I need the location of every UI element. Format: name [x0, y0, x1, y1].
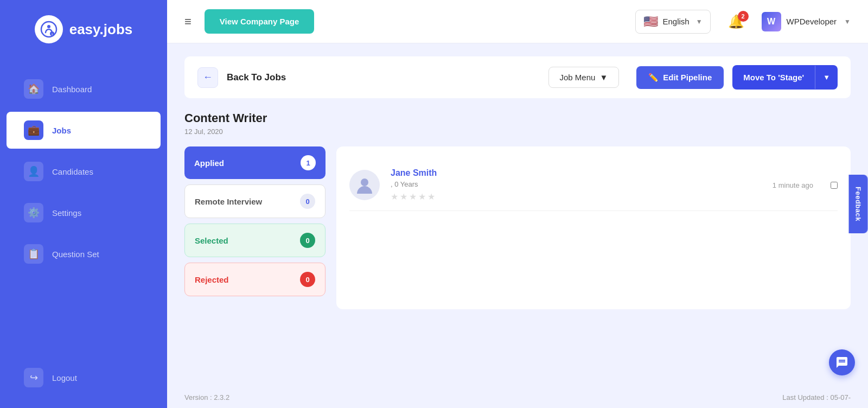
stage-applied-label: Applied [194, 158, 224, 168]
candidate-card: Jane Smith , 0 Years ★ ★ ★ ★ ★ [349, 160, 838, 211]
job-title-section: Content Writer 12 Jul, 2020 [184, 111, 851, 136]
svg-point-1 [47, 25, 50, 28]
stage-selected-label: Selected [195, 236, 228, 245]
sidebar-item-question-set[interactable]: 📋 Question Set [7, 235, 161, 272]
pipeline: Applied 1 Remote Interview 0 Selected 0 … [184, 146, 851, 309]
star-3[interactable]: ★ [409, 192, 417, 202]
star-4[interactable]: ★ [418, 192, 426, 202]
edit-pipeline-button[interactable]: ✏️ Edit Pipeline [636, 66, 724, 89]
star-rating[interactable]: ★ ★ ★ ★ ★ [391, 192, 762, 202]
candidate-area: Jane Smith , 0 Years ★ ★ ★ ★ ★ [336, 146, 851, 309]
candidate-time: 1 minute ago [773, 181, 813, 189]
sidebar-logout-section: ↪ Logout [0, 347, 167, 408]
candidate-select-checkbox[interactable] [831, 182, 838, 189]
logo-icon: i [35, 15, 63, 43]
back-bar: ← Back To Jobs Job Menu ▼ ✏️ Edit Pipeli… [184, 56, 851, 98]
settings-icon: ⚙️ [24, 203, 43, 222]
stage-remote-count: 0 [300, 194, 315, 209]
stage-remote-interview[interactable]: Remote Interview 0 [184, 184, 326, 218]
user-avatar: W [762, 12, 781, 31]
logout-icon: ↪ [24, 368, 43, 387]
sidebar-nav: 🏠 Dashboard 💼 Jobs 👤 Candidates ⚙️ Setti… [0, 59, 167, 347]
stage-rejected-count: 0 [300, 272, 315, 287]
move-to-stage-label: Move To 'Stage' [732, 65, 815, 90]
star-5[interactable]: ★ [427, 192, 435, 202]
sidebar-logo: i easy.jobs [0, 0, 167, 59]
stage-applied-count: 1 [301, 155, 316, 170]
candidate-experience: , 0 Years [391, 180, 762, 188]
notifications-bell[interactable]: 🔔 2 [728, 14, 744, 29]
user-menu[interactable]: W WPDeveloper ▼ [762, 12, 851, 31]
main-content: ≡ View Company Page 🇺🇸 English ▼ 🔔 2 W W… [167, 0, 868, 408]
notification-badge: 2 [738, 11, 749, 22]
topbar: ≡ View Company Page 🇺🇸 English ▼ 🔔 2 W W… [167, 0, 868, 43]
flag-icon: 🇺🇸 [643, 15, 658, 29]
back-label: Back To Jobs [227, 72, 540, 83]
user-name: WPDeveloper [787, 17, 837, 26]
home-icon: 🏠 [24, 79, 43, 99]
sidebar-item-settings[interactable]: ⚙️ Settings [7, 194, 161, 231]
menu-icon[interactable]: ≡ [184, 15, 192, 29]
logo-text: easy.jobs [69, 21, 133, 38]
svg-point-4 [361, 178, 368, 186]
last-updated-label: Last Updated : 05-07- [782, 393, 851, 401]
sidebar-item-jobs[interactable]: 💼 Jobs [7, 112, 161, 149]
logout-button[interactable]: ↪ Logout [7, 359, 161, 396]
job-menu-label: Job Menu [560, 73, 596, 82]
candidates-icon: 👤 [24, 162, 43, 181]
language-label: English [662, 17, 689, 26]
version-label: Version : 2.3.2 [184, 393, 229, 401]
stage-selected[interactable]: Selected 0 [184, 224, 326, 257]
candidate-avatar [349, 170, 380, 200]
job-title: Content Writer [184, 111, 851, 125]
stage-selected-count: 0 [300, 233, 315, 248]
sidebar-item-dashboard[interactable]: 🏠 Dashboard [7, 71, 161, 107]
job-date: 12 Jul, 2020 [184, 127, 851, 136]
star-1[interactable]: ★ [391, 192, 398, 202]
candidate-info: Jane Smith , 0 Years ★ ★ ★ ★ ★ [391, 168, 762, 202]
edit-pipeline-label: Edit Pipeline [663, 73, 712, 82]
user-chevron-icon: ▼ [844, 18, 851, 25]
stages-column: Applied 1 Remote Interview 0 Selected 0 … [184, 146, 326, 296]
job-menu-chevron-icon: ▼ [599, 73, 608, 82]
language-chevron-icon: ▼ [696, 18, 703, 25]
chat-bubble[interactable] [829, 349, 855, 375]
sidebar: i easy.jobs 🏠 Dashboard 💼 Jobs 👤 Candida… [0, 0, 167, 408]
sidebar-item-candidates[interactable]: 👤 Candidates [7, 153, 161, 190]
star-2[interactable]: ★ [400, 192, 407, 202]
jobs-icon: 💼 [24, 120, 43, 140]
candidate-name[interactable]: Jane Smith [391, 168, 762, 178]
content-area: ← Back To Jobs Job Menu ▼ ✏️ Edit Pipeli… [167, 43, 868, 387]
edit-icon: ✏️ [648, 73, 659, 82]
stage-applied[interactable]: Applied 1 [184, 146, 326, 179]
stage-rejected[interactable]: Rejected 0 [184, 263, 326, 296]
job-menu-button[interactable]: Job Menu ▼ [548, 67, 620, 88]
stage-rejected-label: Rejected [195, 275, 229, 284]
question-set-icon: 📋 [24, 244, 43, 264]
feedback-tab[interactable]: Feedback [849, 175, 868, 233]
language-selector[interactable]: 🇺🇸 English ▼ [635, 10, 710, 34]
footer: Version : 2.3.2 Last Updated : 05-07- [167, 387, 868, 408]
back-button[interactable]: ← [197, 67, 218, 88]
move-to-stage-chevron-icon[interactable]: ▼ [815, 66, 838, 89]
move-to-stage-button[interactable]: Move To 'Stage' ▼ [732, 65, 838, 90]
stage-remote-label: Remote Interview [195, 197, 262, 206]
view-company-button[interactable]: View Company Page [205, 9, 314, 34]
